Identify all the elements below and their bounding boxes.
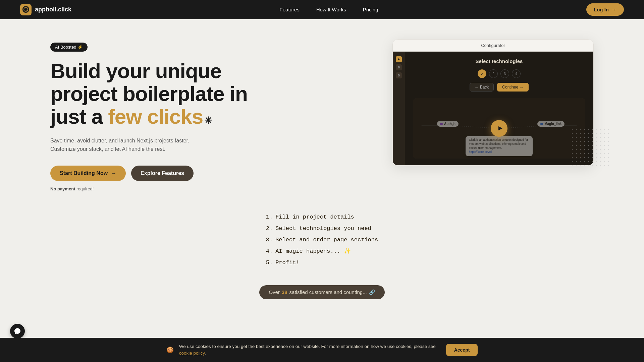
hero-left: AI Boosted ⚡ Build your unique project b…: [50, 39, 248, 191]
config-header: Configurator: [393, 40, 593, 52]
config-sidebar: A 2t B: [393, 52, 405, 165]
svg-text:B: B: [24, 7, 27, 12]
step-item-2: 2. Select technologies you need: [266, 223, 378, 234]
configurator-card: Configurator A 2t B Select technologies …: [392, 39, 594, 166]
step-1: A: [396, 56, 402, 62]
hero-title: Build your unique project boilerplate in…: [50, 60, 248, 128]
step-check-4[interactable]: 4: [512, 69, 521, 78]
step-check-1[interactable]: ✓: [478, 69, 486, 78]
chat-widget[interactable]: [10, 324, 25, 339]
customers-badge: Over 38 satisfied customers and counting…: [259, 285, 384, 299]
video-container: Auth.js Magic_link Firebase_auth: [413, 98, 585, 159]
cookie-banner: 🍪 We use cookies to ensure you get the b…: [0, 338, 644, 362]
hero-section: AI Boosted ⚡ Build your unique project b…: [0, 19, 644, 205]
accept-cookie-button[interactable]: Accept: [446, 344, 478, 356]
step-check-2[interactable]: 2: [489, 69, 498, 78]
hero-right: Configurator A 2t B Select technologies …: [379, 39, 594, 166]
step-3: B: [396, 72, 402, 78]
play-icon: [496, 125, 503, 132]
start-building-button[interactable]: Start Building Now →: [50, 166, 126, 181]
play-button[interactable]: [491, 120, 507, 137]
nav-pricing[interactable]: Pricing: [363, 7, 378, 12]
step-item-1: 1. Fill in project details: [266, 212, 378, 223]
cookie-icon: 🍪: [166, 346, 174, 354]
customers-section: Over 38 satisfied customers and counting…: [0, 282, 644, 313]
hero-subtitle: Save time, avoid clutter, and launch Nex…: [50, 136, 211, 154]
config-main: Select technologies ✓ 2 3 4 ← Back Conti…: [405, 52, 593, 165]
continue-button[interactable]: Continue →: [497, 83, 528, 92]
config-body: A 2t B Select technologies ✓ 2 3 4 ← Bac…: [393, 52, 593, 165]
explore-features-button[interactable]: Explore Features: [131, 166, 194, 181]
ai-badge: AI Boosted ⚡: [50, 43, 88, 52]
logo-text: appboil.click: [35, 6, 71, 13]
step-item-3: 3. Select and order page sections: [266, 234, 378, 246]
login-button[interactable]: Log In →: [586, 3, 624, 16]
video-overlay: [413, 98, 585, 159]
cursor-decoration: ✳: [204, 116, 212, 126]
config-nav-btns: ← Back Continue →: [470, 83, 528, 92]
step-2: 2t: [396, 64, 402, 70]
logo-icon: B: [20, 4, 32, 15]
step-item-4: 4. AI magic happens... ✨: [266, 246, 378, 257]
nav-features[interactable]: Features: [280, 7, 300, 12]
config-title: Select technologies: [476, 58, 523, 64]
steps-section: 1. Fill in project details 2. Select tec…: [0, 205, 644, 282]
step-item-5: 5. Profit!: [266, 257, 378, 268]
cookie-text: We use cookies to ensure you get the bes…: [179, 343, 441, 357]
cookie-policy-link[interactable]: cookie policy: [179, 351, 205, 356]
steps-list: 1. Fill in project details 2. Select tec…: [266, 212, 378, 268]
back-button[interactable]: ← Back: [470, 83, 494, 92]
navbar: B appboil.click Features How It Works Pr…: [0, 0, 644, 19]
chat-icon: [14, 327, 21, 335]
nav-links: Features How It Works Pricing: [280, 7, 378, 12]
logo-link[interactable]: B appboil.click: [20, 4, 71, 15]
hero-buttons: Start Building Now → Explore Features: [50, 166, 248, 181]
step-check-3[interactable]: 3: [500, 69, 509, 78]
config-steps-row: ✓ 2 3 4: [478, 69, 521, 78]
nav-how-it-works[interactable]: How It Works: [316, 7, 346, 12]
no-payment-text: No payment required!: [50, 186, 248, 191]
